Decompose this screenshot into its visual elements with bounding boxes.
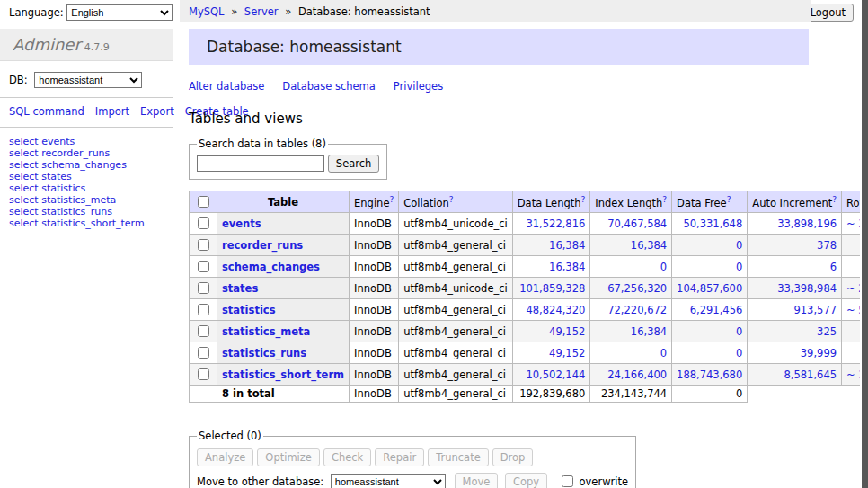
row-checkbox[interactable] [198, 282, 209, 294]
sidebar-table-link[interactable]: select states [9, 171, 72, 182]
auto-increment-link[interactable]: 913,577 [793, 304, 837, 316]
data-free-link[interactable]: 50,331,648 [683, 217, 742, 230]
move-button[interactable]: Move [455, 473, 499, 488]
table-name-link[interactable]: recorder_runs [222, 239, 303, 252]
data-free-link[interactable]: 188,743,680 [677, 368, 742, 381]
help-link[interactable]: ? [449, 195, 454, 204]
index-length-link[interactable]: 72,220,672 [607, 304, 667, 316]
row-checkbox[interactable] [198, 239, 209, 251]
search-button[interactable]: Search [328, 155, 380, 173]
repair-button[interactable]: Repair [375, 448, 424, 466]
index-length-link[interactable]: 24,166,400 [607, 368, 667, 381]
row-select-cell [190, 321, 217, 342]
auto-increment-link[interactable]: 39,999 [801, 347, 837, 359]
data-length-link[interactable]: 101,859,328 [519, 282, 585, 295]
data-length-link[interactable]: 31,522,816 [526, 217, 585, 230]
data-free-link[interactable]: 6,291,456 [690, 304, 743, 316]
table-name-link[interactable]: statistics_runs [222, 347, 306, 359]
sidebar-table-link[interactable]: select statistics [9, 182, 85, 194]
total-empty-cell [190, 386, 217, 403]
sidebar-table-link[interactable]: select recorder_runs [9, 147, 110, 159]
breadcrumb-link[interactable]: Server [244, 5, 279, 18]
data-length-cell: 16,384 [512, 256, 590, 278]
index-length-link[interactable]: 70,467,584 [607, 217, 667, 230]
sidebar-table-link[interactable]: select events [9, 136, 75, 147]
data-length-cell: 49,152 [512, 342, 590, 364]
data-length-link[interactable]: 49,152 [549, 325, 585, 338]
db-action-database-schema[interactable]: Database schema [282, 80, 375, 93]
index-length-link[interactable]: 16,384 [631, 325, 667, 338]
total-index-length-cell: 234,143,744 [590, 386, 672, 403]
check-button[interactable]: Check [323, 448, 371, 466]
data-free-link[interactable]: 0 [736, 347, 742, 359]
data-free-link[interactable]: 0 [736, 325, 742, 338]
sidebar-action-import[interactable]: Import [95, 105, 129, 118]
index-length-link[interactable]: 16,384 [631, 239, 667, 252]
sidebar-table-link[interactable]: select schema_changes [9, 159, 127, 171]
selected-fieldset: Selected (0) AnalyzeOptimizeCheckRepairT… [189, 430, 636, 488]
select-all-checkbox[interactable] [198, 196, 209, 208]
help-link[interactable]: ? [727, 195, 731, 204]
auto-increment-link[interactable]: 33,398,984 [777, 282, 837, 295]
table-name-link[interactable]: events [222, 217, 261, 230]
help-link[interactable]: ? [389, 195, 394, 204]
row-checkbox[interactable] [198, 368, 209, 380]
vertical-scrollbar[interactable] [860, 0, 868, 488]
sidebar-action-sql-command[interactable]: SQL command [9, 105, 84, 118]
engine-cell: InnoDB [350, 364, 399, 386]
table-name-link[interactable]: statistics [222, 304, 276, 316]
table-name-link[interactable]: states [222, 282, 258, 295]
sidebar-table-link[interactable]: select statistics_short_term [9, 217, 145, 229]
optimize-button[interactable]: Optimize [257, 448, 320, 466]
sidebar-action-export[interactable]: Export [140, 105, 174, 118]
db-action-privileges[interactable]: Privileges [394, 80, 443, 93]
data-length-link[interactable]: 49,152 [549, 347, 585, 359]
row-checkbox[interactable] [198, 217, 209, 229]
auto-increment-cell: 913,577 [748, 299, 842, 321]
table-name-link[interactable]: statistics_short_term [222, 368, 344, 381]
row-checkbox[interactable] [198, 304, 209, 315]
sidebar-table-link[interactable]: select statistics_meta [9, 194, 116, 206]
search-input[interactable] [197, 155, 324, 172]
auto-increment-link[interactable]: 8,581,645 [784, 368, 837, 381]
data-length-link[interactable]: 10,502,144 [526, 368, 585, 381]
table-name-link[interactable]: schema_changes [222, 261, 320, 273]
index-length-cell: 67,256,320 [590, 278, 672, 299]
table-name-link[interactable]: statistics_meta [222, 325, 310, 338]
data-free-cell: 0 [672, 321, 748, 342]
copy-button[interactable]: Copy [505, 473, 547, 488]
index-length-link[interactable]: 0 [660, 261, 667, 273]
data-length-link[interactable]: 48,824,320 [526, 304, 585, 316]
drop-button[interactable]: Drop [492, 448, 534, 466]
sidebar-table-link[interactable]: select statistics_runs [9, 206, 112, 217]
search-legend: Search data in tables (8) [197, 138, 328, 150]
help-link[interactable]: ? [662, 195, 667, 204]
overwrite-checkbox[interactable] [562, 475, 573, 487]
auto-increment-link[interactable]: 325 [817, 325, 837, 338]
total-collation-cell: utf8mb4_general_ci [399, 386, 513, 403]
index-length-link[interactable]: 0 [660, 347, 667, 359]
help-link[interactable]: ? [832, 195, 837, 204]
row-checkbox[interactable] [198, 261, 209, 272]
help-link[interactable]: ? [581, 195, 586, 204]
data-length-link[interactable]: 16,384 [549, 239, 585, 252]
index-length-cell: 24,166,400 [590, 364, 672, 386]
data-free-link[interactable]: 104,857,600 [677, 282, 742, 295]
auto-increment-link[interactable]: 378 [817, 239, 837, 252]
analyze-button[interactable]: Analyze [197, 448, 253, 466]
data-free-link[interactable]: 0 [736, 239, 742, 252]
row-select-cell [190, 235, 217, 256]
move-db-select[interactable]: homeassistant [331, 474, 446, 488]
row-checkbox[interactable] [198, 325, 209, 337]
data-length-link[interactable]: 16,384 [549, 261, 585, 273]
index-length-link[interactable]: 67,256,320 [607, 282, 667, 295]
auto-increment-link[interactable]: 33,898,196 [777, 217, 837, 230]
truncate-button[interactable]: Truncate [428, 448, 489, 466]
row-checkbox[interactable] [198, 347, 209, 359]
auto-increment-link[interactable]: 6 [830, 261, 837, 273]
db-select[interactable]: homeassistant [34, 72, 142, 88]
engine-cell: InnoDB [350, 213, 399, 235]
data-free-link[interactable]: 0 [736, 261, 742, 273]
breadcrumb-link[interactable]: MySQL [189, 5, 225, 18]
db-action-alter-database[interactable]: Alter database [189, 80, 264, 93]
